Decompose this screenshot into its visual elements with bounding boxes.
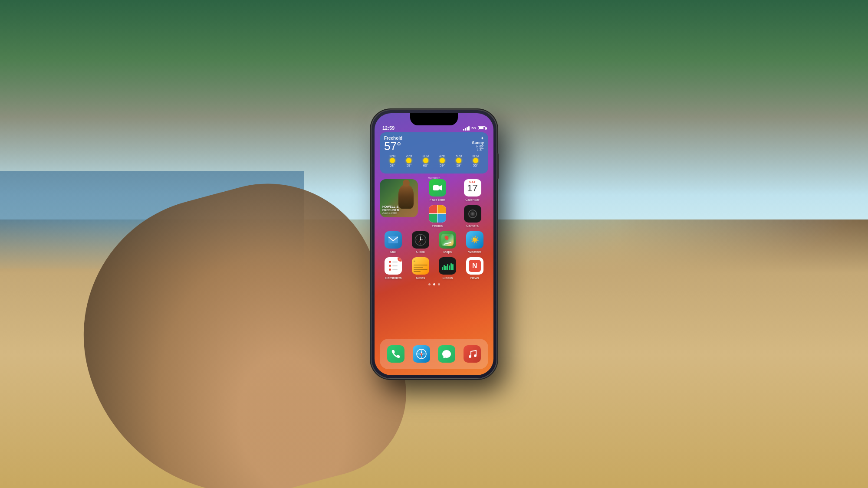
app-maps[interactable]: Maps <box>439 231 456 254</box>
weather-high: H:60° <box>472 145 484 148</box>
sun-icon-5 <box>456 158 461 163</box>
reminders-badge: 10 <box>398 257 402 262</box>
iphone-screen: 12:59 5G <box>375 113 493 375</box>
photo-person <box>398 185 414 209</box>
weather-condition: Sunny <box>472 141 484 145</box>
photos-label: Photos <box>432 224 443 228</box>
weather-hour-5pm: 5PM 58° <box>456 154 462 167</box>
iphone-body: 12:59 5G <box>371 110 497 379</box>
status-time: 12:59 <box>382 125 395 131</box>
app-facetime[interactable]: FaceTime <box>421 179 453 202</box>
app-news[interactable]: N News <box>466 257 483 280</box>
camera-label: Camera <box>466 224 478 228</box>
weather-app-label: Weather <box>468 250 481 254</box>
mail-icon <box>385 231 402 249</box>
calendar-day: 17 <box>467 183 477 193</box>
app-stocks[interactable]: Stocks <box>439 257 456 280</box>
app-calendar[interactable]: SAT 17 Calendar <box>457 179 488 202</box>
messages-icon <box>438 345 455 363</box>
clock-label: Clock <box>416 250 425 254</box>
phone-icon <box>387 345 404 363</box>
notch <box>410 113 458 125</box>
svg-marker-1 <box>439 185 442 190</box>
svg-rect-2 <box>388 236 398 243</box>
facetime-label: FaceTime <box>430 198 445 202</box>
clock-icon <box>412 231 429 249</box>
photo-widget[interactable]: HOWELL &FREEHOLD Aug 11, 2020 <box>380 179 418 217</box>
app-mail[interactable]: Mail <box>385 231 402 254</box>
apps-section: HOWELL &FREEHOLD Aug 11, 2020 <box>380 179 488 290</box>
app-grid-2x2: FaceTime SAT 17 Calendar <box>421 179 488 228</box>
weather-low: L:37° <box>472 148 484 151</box>
weather-hour-6pm: 6PM 55° <box>473 154 479 167</box>
app-weather[interactable]: ☀️ Weather <box>466 231 483 254</box>
dock-phone[interactable] <box>387 345 404 363</box>
app-row-3: 10 Reminders ≡ <box>380 257 488 280</box>
stocks-label: Stocks <box>442 276 453 280</box>
battery-icon <box>478 126 486 130</box>
reminders-icon: 10 <box>385 257 402 275</box>
dock-safari[interactable] <box>413 345 430 363</box>
svg-rect-0 <box>433 185 439 190</box>
safari-icon <box>413 345 430 363</box>
sun-icon-4 <box>440 158 445 163</box>
music-icon <box>464 345 481 363</box>
weather-hourly: 1PM 58° 2PM 59° 3PM 60° <box>384 154 484 167</box>
camera-icon <box>464 205 481 223</box>
news-label: News <box>470 276 479 280</box>
app-clock[interactable]: Clock <box>412 231 429 254</box>
sun-icon-1 <box>390 158 395 163</box>
app-camera[interactable]: Camera <box>457 205 488 228</box>
weather-hour-2pm: 2PM 59° <box>406 154 412 167</box>
signal-bars <box>463 126 470 131</box>
page-dots <box>380 283 488 285</box>
sun-icon-6 <box>473 158 478 163</box>
sun-icon-3 <box>423 158 428 163</box>
calendar-label: Calendar <box>465 198 479 202</box>
weather-app-icon: ☀️ <box>466 231 483 249</box>
notes-label: Notes <box>416 276 425 280</box>
weather-hour-1pm: 1PM 58° <box>389 154 395 167</box>
app-row-2: Mail <box>380 231 488 254</box>
app-notes[interactable]: ≡ Notes <box>412 257 429 280</box>
weather-hour-4pm: 4PM 59° <box>439 154 445 167</box>
calendar-icon: SAT 17 <box>464 179 481 197</box>
facetime-icon <box>429 179 446 197</box>
photos-icon <box>429 205 446 223</box>
sun-icon-2 <box>406 158 411 163</box>
app-row-1: HOWELL &FREEHOLD Aug 11, 2020 <box>380 179 488 228</box>
page-dot-1[interactable] <box>428 283 431 285</box>
news-icon: N <box>466 257 483 275</box>
status-icons: 5G <box>463 126 486 131</box>
dock-messages[interactable] <box>438 345 455 363</box>
photo-widget-date: Aug 11, 2020 <box>382 212 399 214</box>
reminders-label: Reminders <box>385 276 402 280</box>
page-dot-2[interactable] <box>433 283 435 285</box>
stocks-icon <box>439 257 456 275</box>
5g-label: 5G <box>471 126 476 130</box>
weather-temp: 57° <box>384 141 402 152</box>
mail-label: Mail <box>390 250 397 254</box>
iphone: 12:59 5G <box>371 110 497 379</box>
svg-point-19 <box>474 354 477 357</box>
dock <box>380 339 488 369</box>
camera-lens <box>468 210 477 218</box>
svg-point-18 <box>469 355 471 358</box>
weather-widget[interactable]: Freehold 57° ✦ Sunny H:60° L:37° 1PM 58° <box>380 132 488 174</box>
dock-music[interactable] <box>464 345 481 363</box>
page-dot-3[interactable] <box>438 283 440 285</box>
maps-label: Maps <box>443 250 452 254</box>
app-reminders[interactable]: 10 Reminders <box>385 257 402 280</box>
photo-widget-title: HOWELL &FREEHOLD Aug 11, 2020 <box>382 205 399 214</box>
weather-gear-icon: ✦ <box>472 136 484 141</box>
notes-icon: ≡ <box>412 257 429 275</box>
weather-hour-3pm: 3PM 60° <box>423 154 429 167</box>
app-photos[interactable]: Photos <box>421 205 453 228</box>
maps-icon <box>439 231 456 249</box>
